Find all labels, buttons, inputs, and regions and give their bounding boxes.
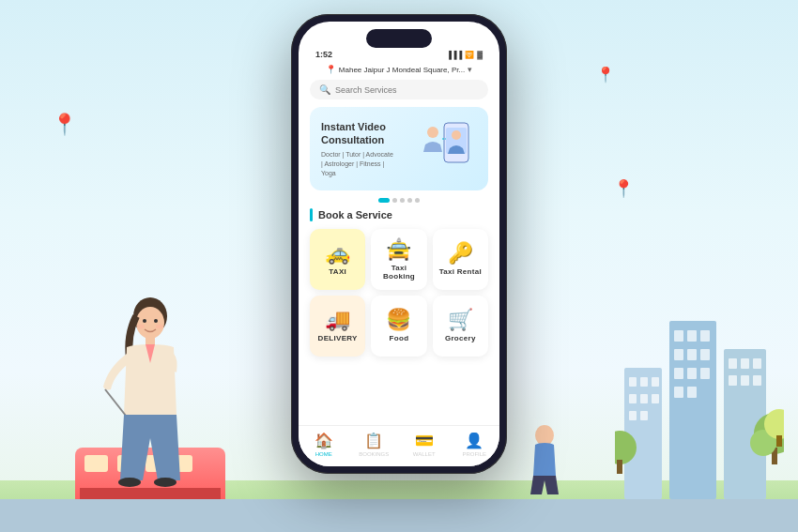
svg-point-48 [452, 130, 461, 140]
wallet-icon: 💳 [415, 432, 434, 449]
svg-point-1 [136, 307, 164, 339]
taxi-booking-label: Taxi Booking [376, 264, 421, 281]
grocery-label: Grocery [445, 334, 476, 342]
banner-subtitle: Doctor | Tutor | Advocate| Astrologer | … [321, 150, 416, 177]
promo-banner[interactable]: Instant VideoConsultation Doctor | Tutor… [310, 107, 488, 190]
deco-pin-2: 📍 [613, 178, 634, 199]
food-label: Food [390, 334, 409, 342]
delivery-label: DELIVERY [318, 334, 358, 342]
svg-rect-19 [669, 321, 716, 499]
location-pin-icon: 📍 [326, 65, 336, 74]
service-card-taxi[interactable]: 🚕 TAXI [310, 229, 365, 290]
svg-point-4 [118, 478, 141, 487]
status-icons: ▐▐▐ 🛜 ▓ [446, 51, 483, 59]
home-nav-label: HOME [315, 451, 332, 457]
service-card-taxi-rental[interactable]: 🔑 Taxi Rental [433, 229, 488, 290]
svg-rect-35 [729, 375, 737, 386]
grocery-icon: 🛒 [448, 310, 473, 330]
svg-rect-16 [652, 394, 659, 403]
nav-item-profile[interactable]: 👤 PROFILE [450, 432, 500, 457]
section-title-label: Book a Service [318, 209, 392, 220]
person-bottom-right [521, 424, 568, 499]
location-address: Mahee Jaipur J Mondeal Square, Pr... [339, 66, 465, 74]
svg-rect-23 [674, 349, 683, 360]
wifi-icon: 🛜 [465, 51, 474, 59]
deco-pin-1: 📍 [52, 113, 77, 137]
nav-item-home[interactable]: 🏠 HOME [299, 432, 349, 457]
service-card-grocery[interactable]: 🛒 Grocery [433, 296, 488, 357]
food-icon: 🍔 [386, 310, 411, 330]
svg-rect-37 [753, 375, 761, 386]
banner-dots [299, 198, 499, 203]
buildings [615, 293, 784, 499]
svg-rect-27 [687, 368, 697, 379]
service-grid-row2: 🚚 DELIVERY 🍔 Food 🛒 Grocery [299, 296, 499, 357]
woman-figure [94, 293, 207, 499]
svg-rect-11 [629, 377, 637, 387]
bookings-icon: 📋 [364, 432, 383, 449]
bottom-navigation: 🏠 HOME 📋 BOOKINGS 💳 WALLET 👤 PROFILE [299, 425, 499, 466]
svg-rect-44 [776, 435, 782, 447]
svg-rect-26 [674, 368, 683, 379]
taxi-icon: 🚕 [325, 243, 350, 264]
svg-point-9 [156, 325, 163, 329]
dynamic-island [366, 29, 432, 48]
phone-wrapper: 1:52 ▐▐▐ 🛜 ▓ 📍 Mahee Jaipur J Mondeal Sq… [291, 14, 507, 474]
dot-2 [392, 198, 397, 203]
svg-rect-36 [741, 375, 749, 386]
svg-rect-39 [617, 460, 622, 474]
svg-point-8 [137, 325, 145, 329]
service-card-food[interactable]: 🍔 Food [371, 296, 426, 357]
profile-nav-label: PROFILE [462, 451, 486, 457]
svg-point-49 [427, 127, 438, 138]
section-accent-bar [310, 208, 313, 221]
banner-text-content: Instant VideoConsultation Doctor | Tutor… [321, 120, 416, 178]
time-display: 1:52 [315, 50, 332, 59]
signal-icon: ▐▐▐ [446, 51, 462, 59]
banner-illustration [416, 118, 477, 179]
dot-5 [415, 198, 420, 203]
svg-point-45 [535, 425, 554, 446]
svg-rect-14 [629, 394, 637, 403]
svg-rect-21 [687, 330, 697, 342]
taxi-rental-icon: 🔑 [448, 243, 473, 264]
svg-rect-24 [687, 349, 697, 360]
road [0, 499, 798, 532]
section-title-area: Book a Service [299, 208, 499, 229]
banner-title: Instant VideoConsultation [321, 120, 416, 147]
svg-rect-33 [741, 358, 749, 369]
dot-3 [400, 198, 405, 203]
svg-rect-22 [700, 330, 710, 342]
nav-item-wallet[interactable]: 💳 WALLET [399, 432, 450, 457]
taxi-booking-icon: 🚖 [386, 239, 411, 260]
svg-rect-20 [674, 330, 683, 342]
dot-4 [407, 198, 412, 203]
search-icon: 🔍 [319, 84, 330, 95]
taxi-rental-label: Taxi Rental [439, 267, 482, 276]
svg-rect-30 [687, 387, 697, 398]
nav-item-bookings[interactable]: 📋 BOOKINGS [349, 432, 400, 457]
svg-point-5 [154, 478, 176, 487]
delivery-icon: 🚚 [325, 310, 350, 330]
svg-rect-25 [700, 349, 710, 360]
service-card-taxi-booking[interactable]: 🚖 Taxi Booking [371, 229, 426, 290]
service-card-delivery[interactable]: 🚚 DELIVERY [310, 296, 365, 357]
svg-rect-13 [652, 377, 659, 387]
svg-rect-32 [729, 358, 737, 369]
profile-icon: 👤 [465, 432, 483, 449]
home-icon: 🏠 [315, 432, 333, 449]
svg-point-6 [143, 319, 146, 323]
svg-rect-18 [640, 411, 648, 420]
search-input[interactable] [335, 85, 479, 95]
taxi-label: TAXI [329, 267, 346, 276]
svg-rect-34 [753, 358, 761, 369]
location-bar[interactable]: 📍 Mahee Jaipur J Mondeal Square, Pr... ▾ [299, 65, 499, 80]
svg-rect-10 [624, 368, 662, 499]
svg-rect-15 [640, 394, 648, 403]
chevron-down-icon: ▾ [468, 65, 472, 74]
svg-rect-17 [629, 411, 637, 420]
svg-rect-12 [640, 377, 648, 387]
dot-1 [378, 198, 390, 203]
search-bar[interactable]: 🔍 [310, 80, 488, 99]
deco-pin-3: 📍 [596, 66, 615, 84]
